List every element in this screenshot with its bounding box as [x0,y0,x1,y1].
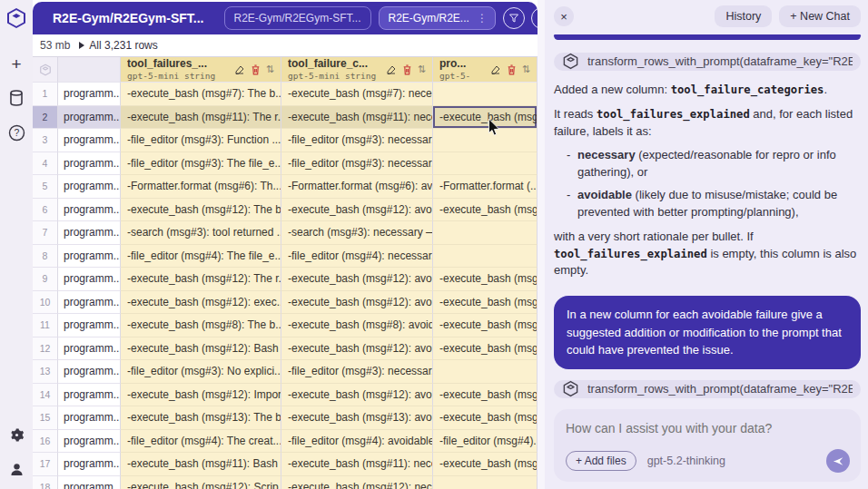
cell-prompt[interactable] [433,221,538,245]
cell-tool-failures[interactable]: -execute_bash (msg#12): The b... [121,199,281,222]
header-cell-tool-failure-categories[interactable]: tool_failure_c... gpt-5-mini string ⇅ [281,57,433,83]
cell-tool-failure-categories[interactable]: -execute_bash (msg#11): neces... [281,106,433,130]
row-number-cell[interactable]: 8 [33,245,58,269]
cell-tool-failures[interactable]: -file_editor (msg#4): The creat... [121,430,281,454]
cell-prompt[interactable]: -Formatter.format (... [433,175,538,199]
delete-column-icon[interactable] [251,64,261,75]
row-number-cell[interactable]: 11 [33,314,58,337]
cell-tool-failure-categories[interactable]: -execute_bash (msg#12): avoid... [281,199,433,222]
header-corner-cell[interactable] [33,57,58,83]
cell-prompt[interactable]: -execute_bash (msg... [433,314,538,337]
app-logo-cube-icon[interactable] [5,7,27,29]
cell-tool-failure-categories[interactable]: -execute_bash (msg#12): avoid... [281,384,433,407]
delete-column-icon[interactable] [402,64,412,75]
account-button[interactable] [5,458,27,480]
cell-program[interactable]: programm... [58,406,121,430]
cell-prompt[interactable]: -execute_bash (msg... [433,291,538,315]
cell-tool-failures[interactable]: -execute_bash (msg#11): The r... [121,106,281,130]
cell-tool-failures[interactable]: -execute_bash (msg#12): Impor... [121,384,281,407]
history-button[interactable]: History [715,5,772,27]
cell-program[interactable]: programm... [58,476,121,489]
dataframe-tab-inactive[interactable]: R2E-Gym/R2EGym-SFT... [224,6,371,30]
row-number-cell[interactable]: 14 [33,384,58,407]
row-number-cell[interactable]: 9 [33,268,58,291]
cell-tool-failures[interactable]: -execute_bash (msg#12): Scrip... [121,476,281,489]
row-number-cell[interactable]: 5 [33,175,58,199]
message-input[interactable] [566,421,850,435]
cell-prompt[interactable] [433,245,538,269]
new-dataframe-button[interactable]: + [5,53,27,74]
row-number-cell[interactable]: 13 [33,360,58,384]
cell-tool-failures[interactable]: -Formatter.format (msg#6): Th... [121,175,281,199]
cell-tool-failure-categories[interactable]: -file_editor (msg#3): necessar... [281,152,433,176]
cell-tool-failure-categories[interactable]: -execute_bash (msg#12): avoid... [281,291,433,315]
cell-program[interactable]: programm... [58,129,121,152]
cell-tool-failure-categories[interactable]: -file_editor (msg#3): necessar... [281,129,433,152]
header-cell-prompt[interactable]: pro... gpt-5- ⇅ [433,57,538,83]
dataframe-title[interactable]: R2E-Gym/R2EGym-SFT... [53,11,204,25]
cell-tool-failure-categories[interactable]: -file_editor (msg#4): avoidable ... [281,430,433,454]
cell-tool-failure-categories[interactable]: -file_editor (msg#3): necessar... [281,360,433,384]
cell-tool-failures[interactable]: -file_editor (msg#3): The file_e... [121,152,281,176]
cell-program[interactable]: programm... [58,199,121,222]
tool-call-pill[interactable]: transform_rows_with_prompt(dataframe_key… [554,53,861,71]
cell-tool-failures[interactable]: -file_editor (msg#3): Function ... [121,129,281,152]
new-chat-button[interactable]: + New Chat [779,5,861,27]
cell-tool-failure-categories[interactable]: -execute_bash (msg#12): nece... [281,476,433,489]
row-number-cell[interactable]: 17 [33,453,58,476]
row-count-toggle[interactable]: All 3,231 rows [79,39,157,52]
row-number-cell[interactable]: 3 [33,129,58,152]
edit-column-icon[interactable] [490,64,501,75]
row-number-cell[interactable]: 16 [33,430,58,454]
cell-tool-failures[interactable]: -execute_bash (msg#8): The b... [121,314,281,337]
dataframe-tab-selected[interactable]: R2E-Gym/R2E... ⋮ [379,6,496,30]
close-chat-button[interactable]: × [554,6,574,26]
help-button[interactable]: ? [5,122,27,143]
cell-prompt[interactable]: -execute_bash (msg... [433,384,538,407]
cell-prompt[interactable] [433,360,538,384]
model-selector[interactable]: gpt-5.2-thinking [647,455,725,467]
cell-tool-failures[interactable]: -file_editor (msg#4): The file_e... [121,245,281,269]
cell-tool-failures[interactable]: -file_editor (msg#3): No explici... [121,360,281,384]
datasets-button[interactable] [5,87,27,109]
filter-button[interactable] [503,7,525,29]
cell-prompt[interactable] [433,129,538,152]
cell-program[interactable]: programm... [58,337,121,361]
cell-prompt[interactable] [433,476,538,489]
cell-prompt[interactable]: -execute_bash (msg... [433,268,538,291]
cell-program[interactable]: programm... [58,221,121,245]
kebab-menu-icon[interactable]: ⋮ [477,14,488,24]
cell-prompt[interactable]: -execute_bash (msg... [433,453,538,476]
cell-program[interactable]: programm... [58,453,121,476]
sort-column-icon[interactable]: ⇅ [418,64,426,75]
row-number-cell[interactable]: 12 [33,337,58,361]
row-number-cell[interactable]: 1 [33,83,58,106]
cell-tool-failure-categories[interactable]: -execute_bash (msg#12): avoid... [281,337,433,361]
tool-call-pill[interactable]: transform_rows_with_prompt(dataframe_key… [554,380,861,398]
message-input-card[interactable]: + Add files gpt-5.2-thinking [554,409,861,482]
row-number-cell[interactable]: 18 [33,476,58,489]
cell-tool-failure-categories[interactable]: -execute_bash (msg#11): neces... [281,453,433,476]
cell-tool-failures[interactable]: -execute_bash (msg#13): The b... [121,406,281,430]
cell-program[interactable]: programm... [58,83,121,106]
cell-program[interactable]: programm... [58,314,121,337]
row-number-cell[interactable]: 15 [33,406,58,430]
cell-tool-failures[interactable]: -execute_bash (msg#11): Bash ... [121,453,281,476]
cell-program[interactable]: programm... [58,384,121,407]
cell-tool-failures[interactable]: -search (msg#3): tool returned ... [121,221,281,245]
header-cell-tool-failures[interactable]: tool_failures_... gpt-5-mini string ⇅ [121,57,281,83]
delete-column-icon[interactable] [507,64,517,75]
cell-tool-failure-categories[interactable]: -search (msg#3): necessary — l... [281,221,433,245]
cell-tool-failure-categories[interactable]: -Formatter.format (msg#6): avo... [281,175,433,199]
edit-column-icon[interactable] [386,64,397,75]
cell-program[interactable]: programm... [58,245,121,269]
table-body[interactable]: 1programm...-execute_bash (msg#7): The b… [33,83,538,489]
cell-prompt[interactable]: -file_editor (msg#4)... [433,430,538,454]
row-number-cell[interactable]: 4 [33,152,58,176]
cell-program[interactable]: programm... [58,268,121,291]
cell-prompt[interactable]: -execute_bash (msg... [433,406,538,430]
header-cell-program[interactable] [58,57,121,83]
sort-column-icon[interactable]: ⇅ [266,64,274,75]
add-files-button[interactable]: + Add files [566,451,636,471]
cell-tool-failures[interactable]: -execute_bash (msg#7): The b... [121,83,281,106]
